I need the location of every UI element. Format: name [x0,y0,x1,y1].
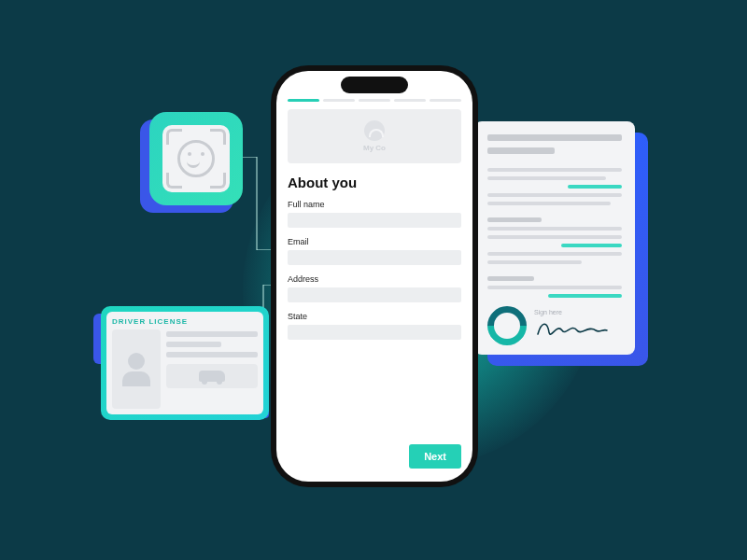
license-info-lines [166,329,258,409]
phone-frame: My Co About you Full name Email Address … [271,65,478,487]
license-photo-icon [112,329,161,409]
doc-heading-line [487,134,622,141]
faceid-icon [162,125,230,192]
signature-label: Sign here [534,309,622,315]
brand-name: My Co [363,144,386,152]
stamp-icon [479,298,534,353]
phone-notch [341,77,408,93]
driver-license-title: DRIVER LICENSE [112,317,258,326]
brand-header: My Co [288,109,461,163]
faceid-card [149,112,243,205]
document-card: Sign here [474,121,635,355]
doc-heading-line [487,147,555,154]
state-input[interactable] [288,325,461,340]
address-label: Address [288,274,461,284]
driver-license-card: DRIVER LICENSE [101,306,269,420]
illustration-stage: DRIVER LICENSE [0,0,747,560]
form-title: About you [288,175,461,190]
full-name-input[interactable] [288,213,461,228]
state-label: State [288,312,461,321]
car-icon [166,364,258,388]
address-input[interactable] [288,287,461,302]
next-button[interactable]: Next [409,444,461,469]
brand-logo-icon [364,120,385,141]
email-input[interactable] [288,250,461,265]
progress-steps [288,99,461,102]
email-label: Email [288,237,461,246]
signature-icon [534,317,609,340]
full-name-label: Full name [288,200,461,209]
phone-screen: My Co About you Full name Email Address … [288,99,461,469]
